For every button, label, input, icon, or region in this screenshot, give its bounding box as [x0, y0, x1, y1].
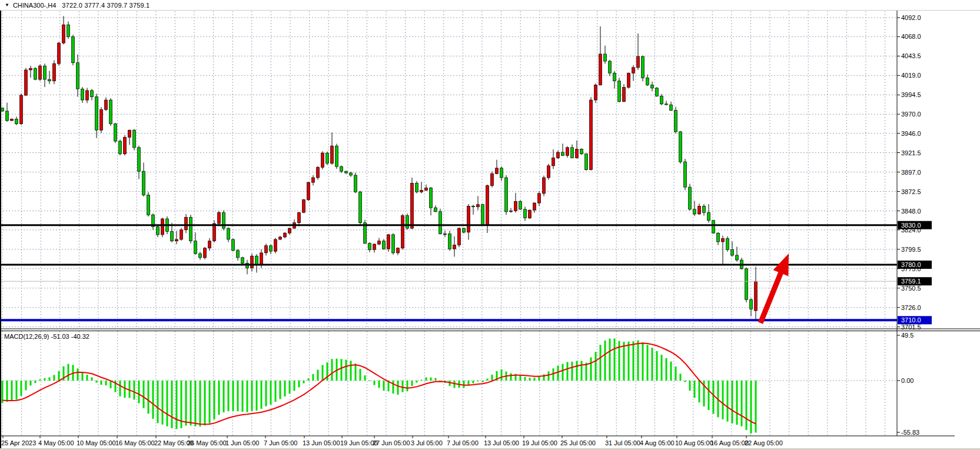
candle-body [623, 88, 626, 102]
macd-histogram-bar [138, 381, 140, 404]
candle-body [190, 217, 192, 241]
candle-body [109, 100, 112, 124]
candle-body [387, 235, 390, 249]
macd-histogram-bar [214, 381, 215, 419]
candle-body [161, 219, 164, 235]
macd-histogram-bar [77, 368, 79, 381]
candle-body [392, 235, 395, 253]
candle-body [552, 158, 555, 166]
macd-histogram-bar [586, 363, 587, 381]
macd-histogram-bar [746, 381, 748, 430]
candle-body [48, 79, 51, 81]
macd-histogram-bar [270, 381, 272, 405]
candle-body [335, 146, 338, 166]
macd-histogram-bar [209, 381, 211, 424]
macd-histogram-bar [294, 381, 295, 391]
candle-body [731, 250, 734, 255]
macd-histogram-bar [411, 381, 413, 386]
candle-body [722, 239, 725, 242]
macd-histogram-bar [539, 376, 540, 381]
macd-histogram-bar [355, 364, 357, 381]
price-tick-label: 3921.5 [901, 149, 921, 156]
candle-body [237, 251, 240, 258]
candle-body [298, 212, 301, 223]
time-axis-label: 10 Aug 05:00 [675, 439, 713, 446]
candle-body [44, 66, 46, 79]
time-axis-label: 7 Jul 05:00 [447, 439, 479, 446]
candle-body [453, 245, 456, 249]
time-axis-label: 10 May 05:00 [77, 439, 116, 446]
macd-histogram-bar [54, 375, 55, 381]
macd-histogram-bar [529, 378, 531, 381]
candle-body [660, 96, 663, 104]
macd-histogram-bar [477, 381, 479, 382]
macd-histogram-bar [572, 362, 573, 381]
macd-histogram-bar [2, 381, 4, 403]
time-axis-label: 25 Apr 2023 [1, 439, 36, 446]
macd-histogram-bar [402, 381, 404, 392]
macd-histogram-bar [647, 345, 649, 381]
price-tick-label: 3872.5 [901, 188, 921, 195]
macd-tick-label: -55.83 [901, 429, 919, 436]
candle-body [590, 100, 593, 170]
chart-canvas[interactable]: 4092.04068.04043.54019.03994.53970.03946… [0, 0, 980, 450]
price-tick-label: 3994.5 [901, 91, 921, 98]
macd-histogram-bar [16, 381, 18, 399]
candle-body [124, 137, 127, 154]
candle-body [321, 153, 324, 167]
candle-body [449, 234, 451, 249]
macd-histogram-bar [200, 381, 201, 426]
candle-body [303, 200, 305, 213]
candle-body [359, 192, 362, 223]
macd-histogram-bar [204, 381, 206, 425]
candle-body [95, 97, 98, 131]
price-tick-label: 4068.0 [901, 33, 921, 40]
candle-body [25, 70, 28, 95]
candle-body [270, 246, 273, 251]
candle-body [434, 208, 437, 212]
macd-histogram-bar [176, 381, 178, 429]
candle-body [717, 233, 720, 242]
time-axis-label: 31 Jul 05:00 [605, 439, 640, 446]
macd-histogram-bar [491, 375, 493, 381]
macd-histogram-bar [407, 381, 408, 391]
macd-histogram-bar [689, 381, 691, 391]
candle-body [340, 166, 343, 171]
candle-body [557, 152, 560, 158]
candle-body [6, 111, 9, 121]
price-tick-label: 3946.0 [901, 130, 921, 137]
macd-histogram-bar [171, 381, 173, 428]
macd-indicator-label: MACD(12,26,9) -51.03 -40.32 [4, 333, 89, 340]
candle-body [500, 168, 503, 178]
macd-histogram-bar [119, 381, 121, 396]
time-axis-label: 26 May 05:00 [187, 439, 227, 446]
macd-histogram-bar [280, 381, 281, 399]
candle-body [373, 244, 376, 249]
macd-histogram-bar [275, 381, 277, 402]
macd-histogram-bar [87, 375, 88, 381]
macd-histogram-bar [713, 381, 715, 414]
macd-histogram-bar [49, 377, 51, 381]
macd-histogram-bar [501, 369, 503, 381]
candle-body [684, 162, 687, 187]
symbol-dropdown-icon[interactable]: ▼ [5, 2, 9, 8]
candle-body [562, 152, 564, 155]
macd-histogram-bar [595, 352, 597, 381]
macd-histogram-bar [652, 348, 653, 381]
price-tick-label: 3970.0 [901, 111, 921, 118]
candle-body [430, 188, 433, 208]
candle-body [463, 228, 466, 232]
candle-body [618, 81, 621, 102]
macd-histogram-bar [11, 381, 13, 401]
macd-histogram-bar [105, 381, 107, 385]
candle-body [646, 78, 649, 85]
mt4-chart-window: ▼ CHINA300-,H4 3722.0 3777.4 3709.7 3759… [0, 0, 980, 450]
candle-body [119, 141, 122, 154]
macd-histogram-bar [435, 378, 437, 381]
candle-body [34, 68, 37, 79]
candle-body [637, 56, 640, 68]
time-axis-label: 27 Jun 05:00 [373, 439, 410, 446]
candle-body [609, 61, 612, 73]
candle-body [260, 253, 263, 265]
macd-histogram-bar [251, 381, 253, 411]
